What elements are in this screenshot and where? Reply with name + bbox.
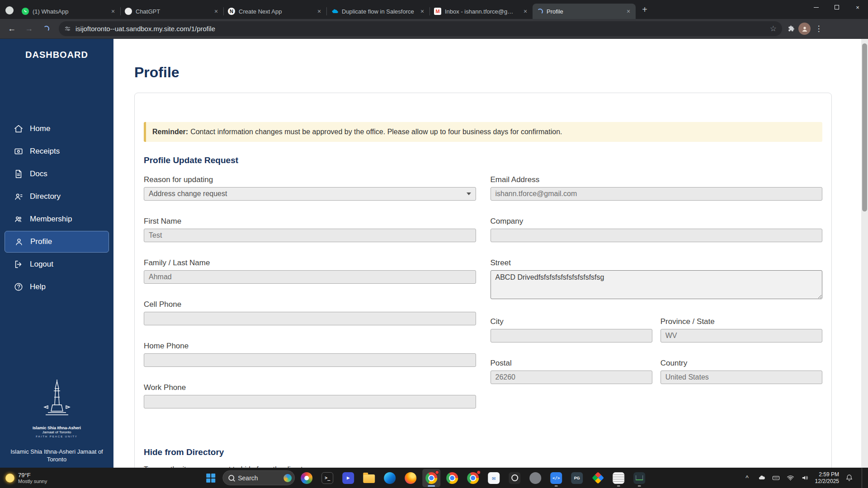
reason-select[interactable]: Address change request xyxy=(144,187,476,201)
browser-toolbar: ← → isijoftoronto--uat.sandbox.my.site.c… xyxy=(0,19,868,39)
tab-close-icon[interactable]: × xyxy=(522,8,529,15)
taskbar-icon-github[interactable] xyxy=(526,469,544,487)
taskbar-icon-file-explorer[interactable] xyxy=(360,469,378,487)
taskbar-icon-task-manager[interactable] xyxy=(630,469,648,487)
work-phone-input[interactable] xyxy=(144,395,476,408)
taskbar-icon-edge[interactable] xyxy=(381,469,399,487)
email-input[interactable] xyxy=(491,187,823,201)
city-field: City xyxy=(491,317,652,343)
sidebar-item-directory[interactable]: Directory xyxy=(5,186,109,207)
whatsapp-favicon-icon xyxy=(22,8,29,15)
tab-chatgpt[interactable]: ChatGPT × xyxy=(120,4,223,19)
taskbar-icon-drive[interactable] xyxy=(589,469,607,487)
window-minimize-button[interactable] xyxy=(806,0,826,14)
url-text[interactable]: isijoftoronto--uat.sandbox.my.site.com/1… xyxy=(75,25,765,33)
logout-icon xyxy=(14,259,24,269)
window-maximize-button[interactable] xyxy=(826,0,847,14)
tab-close-icon[interactable]: × xyxy=(109,8,117,15)
onedrive-cloud-icon[interactable] xyxy=(757,474,766,483)
sidebar-item-help[interactable]: Help xyxy=(5,276,109,298)
tray-expand-icon[interactable]: ^ xyxy=(743,474,752,483)
photos-icon xyxy=(301,472,312,484)
outlook-icon: ✉ xyxy=(488,472,500,484)
tab-search-icon[interactable] xyxy=(5,6,14,14)
browser-profile-avatar[interactable] xyxy=(798,23,811,35)
address-bar[interactable]: isijoftoronto--uat.sandbox.my.site.com/1… xyxy=(59,21,782,36)
browser-menu-icon[interactable]: ⋮ xyxy=(813,24,824,33)
tab-profile-active[interactable]: Profile × xyxy=(533,4,636,19)
taskbar-icon-camera[interactable] xyxy=(505,469,524,487)
taskbar-icon-pgadmin[interactable]: PG xyxy=(568,469,586,487)
forward-button[interactable]: → xyxy=(22,22,36,36)
sidebar-item-home[interactable]: Home xyxy=(5,118,109,140)
taskbar-clock[interactable]: 2:59 PM 12/2/2025 xyxy=(815,471,839,485)
sidebar-item-logout[interactable]: Logout xyxy=(5,253,109,275)
work-phone-field: Work Phone xyxy=(144,383,476,408)
postal-input[interactable] xyxy=(491,371,652,384)
cell-phone-input[interactable] xyxy=(144,312,476,325)
street-label: Street xyxy=(491,258,823,267)
street-textarea[interactable] xyxy=(491,270,823,299)
volume-icon[interactable] xyxy=(801,474,810,483)
taskbar-icon-chrome-2[interactable] xyxy=(443,469,461,487)
email-label: Email Address xyxy=(491,175,823,184)
nextjs-favicon-icon: N xyxy=(228,8,235,15)
sidebar-item-membership[interactable]: Membership xyxy=(5,208,109,230)
back-button[interactable]: ← xyxy=(5,22,19,36)
province-input[interactable] xyxy=(660,329,822,343)
logo-text-line2: Jamaat of Toronto xyxy=(0,430,113,434)
wifi-icon[interactable] xyxy=(786,474,795,483)
tab-close-icon[interactable]: × xyxy=(625,8,632,15)
profile-form: Reason for updating Address change reque… xyxy=(144,175,822,425)
tab-create-next-app[interactable]: N Create Next App × xyxy=(223,4,326,19)
sidebar: DASHBOARD Home Receipts Docs xyxy=(0,39,113,468)
taskbar-icon-terminal[interactable]: >_ xyxy=(318,469,336,487)
home-phone-input[interactable] xyxy=(144,353,476,367)
window-close-button[interactable]: × xyxy=(847,0,868,14)
bookmark-star-icon[interactable]: ☆ xyxy=(770,24,777,33)
company-input[interactable] xyxy=(491,229,823,242)
sidebar-title: DASHBOARD xyxy=(0,39,113,60)
start-button[interactable] xyxy=(202,469,220,487)
postal-label: Postal xyxy=(491,359,652,368)
scrollbar-thumb[interactable] xyxy=(862,43,867,211)
taskbar-icon-movies[interactable]: ▶ xyxy=(339,469,357,487)
tab-gmail-inbox[interactable]: M Inbox - ishann.tforce@gmail.com × xyxy=(429,4,533,19)
taskbar-icon-notepad[interactable] xyxy=(609,469,627,487)
taskbar-icon-chrome-active[interactable] xyxy=(422,469,440,487)
province-field: Province / State xyxy=(660,317,822,343)
taskbar-icon-chrome-3[interactable] xyxy=(464,469,482,487)
tab-close-icon[interactable]: × xyxy=(419,8,426,15)
taskbar-search[interactable]: Search xyxy=(222,470,295,485)
tab-loading-spinner-icon xyxy=(537,9,543,14)
first-name-input[interactable] xyxy=(144,229,476,242)
tab-salesforce[interactable]: Duplicate flow in Salesforce × xyxy=(326,4,429,19)
city-input[interactable] xyxy=(491,329,652,343)
page-title: Profile xyxy=(134,64,861,81)
windows-logo-icon xyxy=(206,474,215,483)
notification-bell-icon[interactable] xyxy=(844,474,854,483)
tab-whatsapp[interactable]: (1) WhatsApp × xyxy=(17,4,120,19)
last-name-input[interactable] xyxy=(144,270,476,284)
taskbar-icon-outlook[interactable]: ✉ xyxy=(485,469,503,487)
pgadmin-icon: PG xyxy=(571,472,583,484)
extensions-icon[interactable] xyxy=(788,25,796,33)
tab-title: ChatGPT xyxy=(136,8,209,15)
tab-close-icon[interactable]: × xyxy=(316,8,323,15)
sidebar-item-docs[interactable]: Docs xyxy=(5,163,109,185)
reminder-banner: Reminder: Contact information changes mu… xyxy=(144,122,822,142)
taskbar-icon-firefox[interactable] xyxy=(401,469,420,487)
new-tab-button[interactable]: + xyxy=(638,4,651,16)
sidebar-item-profile[interactable]: Profile xyxy=(5,231,109,253)
taskbar-weather-widget[interactable]: 79°F Mostly sunny xyxy=(0,472,68,484)
taskbar-icon-photos[interactable] xyxy=(297,469,316,487)
show-desktop-button[interactable] xyxy=(862,468,863,488)
country-input[interactable] xyxy=(660,371,822,384)
page-loading-spinner-icon[interactable] xyxy=(39,22,53,36)
taskbar-icon-vscode[interactable]: </> xyxy=(547,469,565,487)
sidebar-item-receipts[interactable]: Receipts xyxy=(5,141,109,162)
page-scrollbar[interactable] xyxy=(861,39,868,468)
site-settings-icon[interactable] xyxy=(64,25,71,32)
keyboard-icon[interactable] xyxy=(772,474,781,483)
tab-close-icon[interactable]: × xyxy=(212,8,220,15)
